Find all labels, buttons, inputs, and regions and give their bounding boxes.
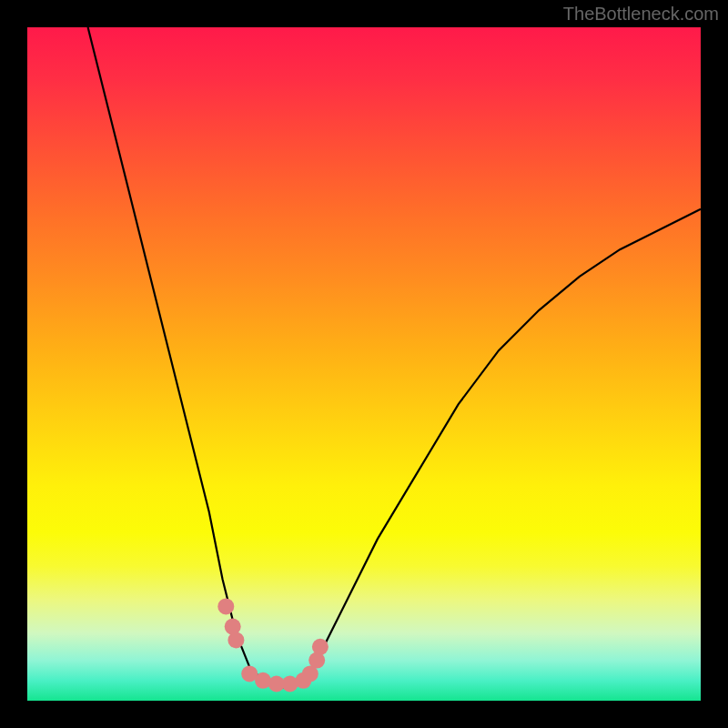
marker-dot (228, 632, 244, 648)
marker-dot (217, 598, 234, 614)
marker-dots-group (217, 598, 329, 692)
curve-svg-layer (27, 27, 701, 701)
watermark-label: TheBottleneck.com (563, 4, 719, 25)
marker-dot (312, 639, 329, 655)
bottleneck-curve-line (88, 27, 701, 687)
chart-frame: TheBottleneck.com (0, 0, 728, 728)
plot-area (27, 27, 701, 701)
